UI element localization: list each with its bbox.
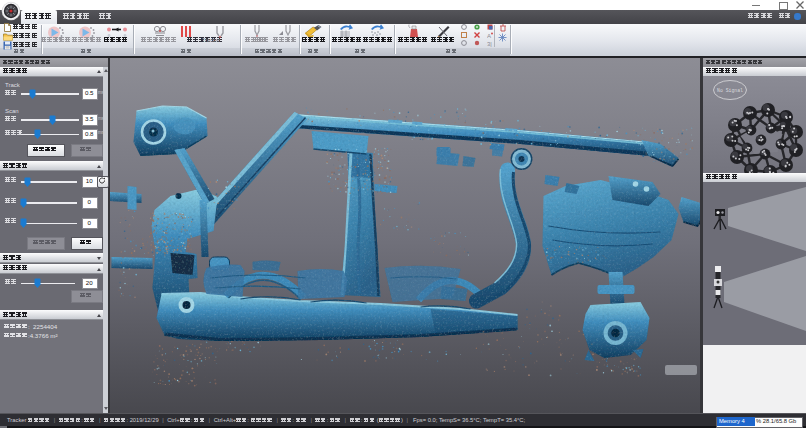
svg-text:No Signal: No Signal [717,88,743,93]
svg-text:3|: 3| [487,40,492,46]
svg-text:A: A [487,33,491,39]
